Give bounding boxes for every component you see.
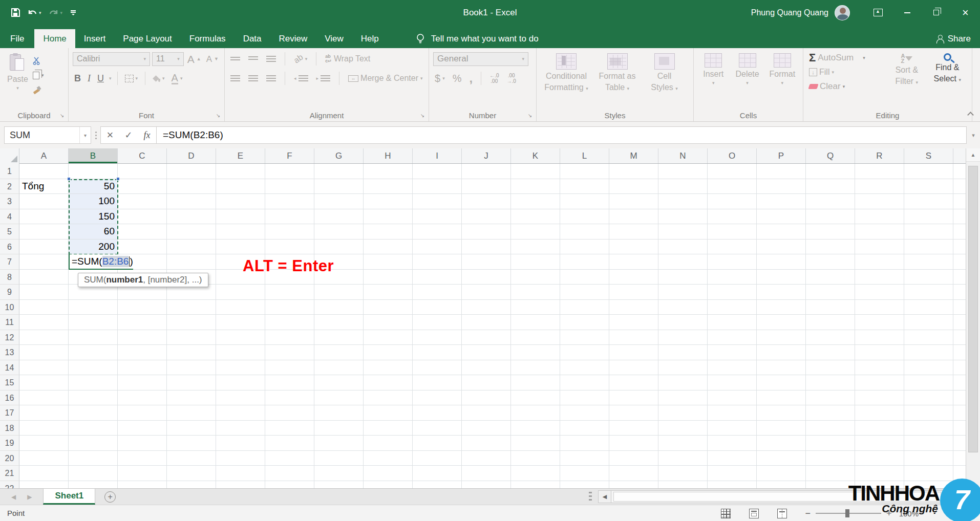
row-header-17[interactable]: 17: [0, 405, 19, 421]
cell-G13[interactable]: [314, 345, 364, 360]
cell-K11[interactable]: [511, 315, 560, 330]
cell-O7[interactable]: [708, 254, 757, 270]
cell-partial[interactable]: [953, 224, 966, 240]
cell-A7[interactable]: [19, 254, 69, 270]
cell-F11[interactable]: [265, 315, 314, 330]
column-header-O[interactable]: O: [708, 148, 757, 163]
cell-N15[interactable]: [658, 375, 708, 390]
cell-C14[interactable]: [118, 360, 167, 376]
merge-center-button[interactable]: ↔ Merge & Center ▾: [347, 72, 424, 85]
cell-Q4[interactable]: [806, 209, 855, 225]
cell-M1[interactable]: [609, 164, 658, 179]
delete-cells-button[interactable]: Delete ▾: [731, 51, 763, 108]
cell-G4[interactable]: [314, 209, 364, 225]
cell-Q20[interactable]: [806, 451, 855, 466]
number-format-combo[interactable]: General▾: [433, 52, 528, 66]
cell-partial[interactable]: [953, 315, 966, 330]
cell-M11[interactable]: [609, 315, 658, 330]
cell-F5[interactable]: [265, 224, 314, 240]
column-header-C[interactable]: C: [118, 148, 167, 163]
cell-E4[interactable]: [216, 209, 265, 225]
cell-M15[interactable]: [609, 375, 658, 390]
cell-partial[interactable]: [953, 300, 966, 315]
horizontal-scrollbar[interactable]: [611, 490, 953, 503]
cell-Q3[interactable]: [806, 194, 855, 209]
cell-P15[interactable]: [757, 375, 806, 390]
cell-H12[interactable]: [364, 330, 413, 345]
cell-N10[interactable]: [658, 300, 708, 315]
cell-F19[interactable]: [265, 436, 314, 451]
column-header-L[interactable]: L: [560, 148, 609, 163]
cell-E5[interactable]: [216, 224, 265, 240]
cell-K12[interactable]: [511, 330, 560, 345]
cell-B22[interactable]: [69, 481, 118, 489]
share-button[interactable]: Share: [936, 34, 971, 44]
cell-P4[interactable]: [757, 209, 806, 225]
cell-C20[interactable]: [118, 451, 167, 466]
cell-F16[interactable]: [265, 390, 314, 406]
cell-F21[interactable]: [265, 466, 314, 481]
zoom-slider-handle[interactable]: [845, 509, 849, 517]
cell-I18[interactable]: [413, 421, 462, 436]
paste-button[interactable]: Paste ▾: [4, 51, 31, 108]
sheet-next-arrow[interactable]: ▶: [27, 493, 32, 501]
cell-partial[interactable]: [953, 360, 966, 376]
cell-S3[interactable]: [904, 194, 953, 209]
cell-R20[interactable]: [855, 451, 904, 466]
cell-F1[interactable]: [265, 164, 314, 179]
row-header-22[interactable]: 22: [0, 481, 19, 489]
cell-D13[interactable]: [167, 345, 216, 360]
cell-H10[interactable]: [364, 300, 413, 315]
cell-partial[interactable]: [953, 270, 966, 285]
row-header-1[interactable]: 1: [0, 164, 19, 179]
column-header-Q[interactable]: Q: [806, 148, 855, 163]
cell-J4[interactable]: [462, 209, 511, 225]
row-header-15[interactable]: 15: [0, 375, 19, 390]
column-header-B[interactable]: B: [69, 148, 118, 163]
cut-button[interactable]: [31, 54, 46, 68]
cell-M10[interactable]: [609, 300, 658, 315]
cell-C2[interactable]: [118, 179, 167, 194]
column-header-H[interactable]: H: [364, 148, 413, 163]
cell-G6[interactable]: [314, 240, 364, 255]
undo-dropdown-caret[interactable]: ▾: [39, 10, 41, 15]
sheet-prev-arrow[interactable]: ◀: [11, 493, 16, 501]
cell-R17[interactable]: [855, 405, 904, 421]
cell-G22[interactable]: [314, 481, 364, 489]
cell-G10[interactable]: [314, 300, 364, 315]
zoom-percentage[interactable]: 100%: [899, 509, 919, 518]
tab-formulas[interactable]: Formulas: [181, 29, 235, 48]
cell-N13[interactable]: [658, 345, 708, 360]
minimize-button[interactable]: [892, 0, 922, 25]
cell-P13[interactable]: [757, 345, 806, 360]
cell-N9[interactable]: [658, 285, 708, 300]
column-header-J[interactable]: J: [462, 148, 511, 163]
column-header-M[interactable]: M: [609, 148, 658, 163]
cell-G18[interactable]: [314, 421, 364, 436]
cell-O9[interactable]: [708, 285, 757, 300]
cell-R14[interactable]: [855, 360, 904, 376]
column-header-partial[interactable]: [953, 148, 966, 163]
cell-P1[interactable]: [757, 164, 806, 179]
cell-M8[interactable]: [609, 270, 658, 285]
cell-P18[interactable]: [757, 421, 806, 436]
row-header-19[interactable]: 19: [0, 436, 19, 451]
cell-F14[interactable]: [265, 360, 314, 376]
user-avatar[interactable]: [835, 5, 850, 20]
cell-C1[interactable]: [118, 164, 167, 179]
cell-O6[interactable]: [708, 240, 757, 255]
cell-L11[interactable]: [560, 315, 609, 330]
font-color-button[interactable]: A▾: [170, 72, 184, 85]
cell-S7[interactable]: [904, 254, 953, 270]
cell-M13[interactable]: [609, 345, 658, 360]
cell-partial[interactable]: [953, 466, 966, 481]
cell-P10[interactable]: [757, 300, 806, 315]
cell-H5[interactable]: [364, 224, 413, 240]
cell-M7[interactable]: [609, 254, 658, 270]
cell-C4[interactable]: [118, 209, 167, 225]
cell-Q16[interactable]: [806, 390, 855, 406]
cell-A2[interactable]: Tổng: [19, 179, 69, 194]
cell-B4[interactable]: 150: [69, 209, 118, 225]
cell-F3[interactable]: [265, 194, 314, 209]
cell-Q9[interactable]: [806, 285, 855, 300]
